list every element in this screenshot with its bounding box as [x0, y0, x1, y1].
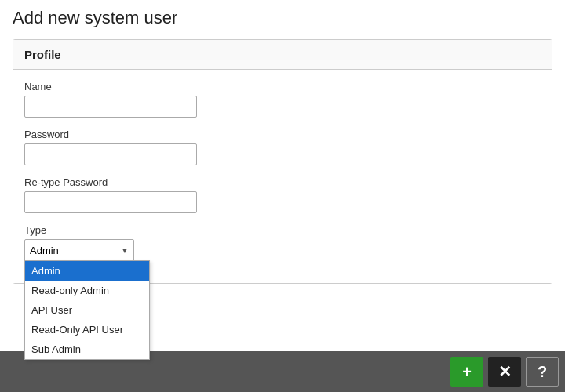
password-input[interactable] [24, 143, 197, 165]
dropdown-item[interactable]: Read-Only API User [25, 320, 149, 339]
type-select-value: Admin [30, 245, 59, 256]
retype-password-group: Re-type Password [24, 176, 541, 213]
profile-card: Profile Name Password Re-type Password T… [13, 39, 552, 284]
close-button[interactable]: ✕ [488, 357, 521, 387]
dropdown-item[interactable]: API User [25, 300, 149, 320]
type-label: Type [24, 224, 541, 236]
page-content: Add new system user Profile Name Passwor… [0, 0, 565, 351]
card-header: Profile [13, 40, 552, 70]
password-group: Password [24, 129, 541, 165]
card-body: Name Password Re-type Password Type Admi… [13, 70, 552, 283]
name-input[interactable] [24, 96, 197, 118]
page-title: Add new system user [13, 8, 552, 28]
retype-password-input[interactable] [24, 191, 197, 213]
type-container: Admin ▼ AdminRead-only AdminAPI UserRead… [24, 239, 134, 261]
dropdown-item[interactable]: Admin [25, 261, 149, 281]
dropdown-item[interactable]: Sub Admin [25, 339, 149, 359]
add-button[interactable]: + [450, 357, 483, 387]
type-dropdown-menu: AdminRead-only AdminAPI UserRead-Only AP… [24, 260, 150, 360]
name-group: Name [24, 81, 541, 118]
password-label: Password [24, 129, 541, 140]
dropdown-item[interactable]: Read-only Admin [25, 281, 149, 300]
chevron-down-icon: ▼ [121, 246, 129, 255]
name-label: Name [24, 81, 541, 93]
card-header-title: Profile [24, 48, 61, 61]
type-group: Type Admin ▼ AdminRead-only AdminAPI Use… [24, 224, 541, 261]
help-button[interactable]: ? [526, 357, 559, 387]
type-select-button[interactable]: Admin ▼ [24, 239, 134, 261]
retype-password-label: Re-type Password [24, 176, 541, 188]
